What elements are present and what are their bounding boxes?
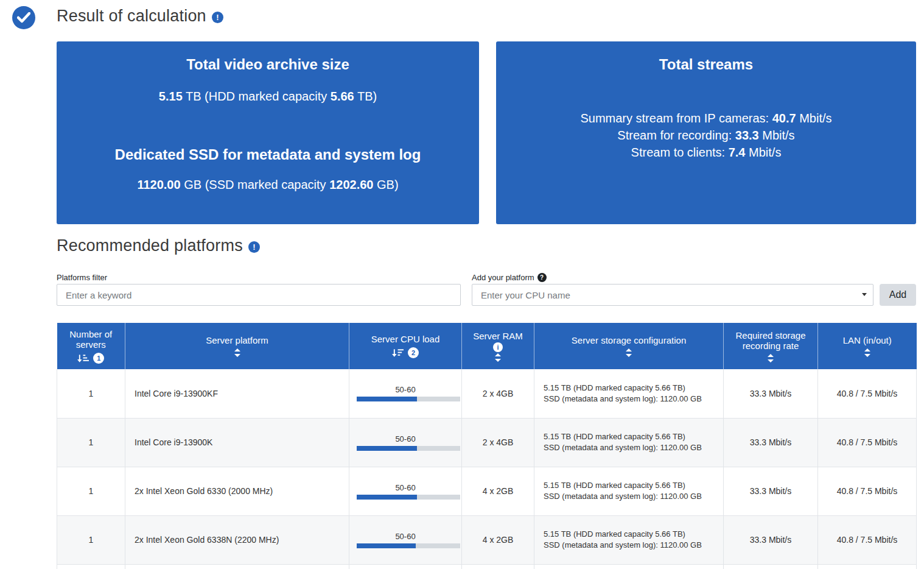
summary-cards: Total video archive size 5.15 TB (HDD ma… (57, 41, 916, 224)
result-info-icon[interactable]: ! (212, 12, 223, 23)
cell-lan: 40.8 / 7.5 Mbit/s (818, 515, 917, 564)
cell-recording-rate: 33.3 Mbit/s (724, 418, 818, 467)
stream-line-cameras: Summary stream from IP cameras: 40.7 Mbi… (496, 110, 916, 127)
sort-arrows-icon (768, 354, 774, 362)
cell-server-ram: 2 x 4GB (462, 369, 534, 418)
cpu-load-progress-fill (357, 397, 417, 401)
cpu-load-progressbar (357, 397, 460, 401)
platforms-filter-input[interactable] (57, 284, 461, 306)
add-platform-button[interactable]: Add (880, 284, 916, 306)
partially-visible-row (57, 564, 917, 569)
stream-line-recording: Stream for recording: 33.3 Mbit/s (496, 127, 916, 144)
cell-storage-configuration: 5.15 TB (HDD marked capacity 5.66 TB) SS… (534, 418, 724, 467)
platforms-filter-label: Platforms filter (57, 273, 107, 282)
cpu-load-progressbar (357, 446, 460, 451)
cell-lan: 40.8 / 7.5 Mbit/s (818, 369, 917, 418)
col-header-server-platform[interactable]: Server platform (125, 323, 349, 369)
cell-server-platform: Intel Core i9-13900K (125, 418, 349, 467)
table-row: 1 Intel Core i9-13900KF 50-60 2 x 4GB 5.… (57, 369, 917, 418)
archive-ssd-line: 1120.00 GB (SSD marked capacity 1202.60 … (57, 178, 479, 192)
cpu-load-progressbar (357, 543, 460, 548)
cell-number-of-servers: 1 (57, 418, 125, 467)
page-title: Result of calculation (57, 7, 206, 26)
result-page: Result of calculation ! Total video arch… (0, 0, 924, 569)
cpu-name-input[interactable] (472, 284, 873, 306)
cell-server-platform: Intel Core i9-13900KF (125, 369, 349, 418)
streams-card-title: Total streams (496, 56, 916, 73)
cpu-load-progress-fill (357, 543, 416, 548)
cell-number-of-servers: 1 (57, 369, 125, 418)
cpu-load-progressbar (357, 495, 460, 500)
ram-info-icon[interactable]: i (493, 342, 503, 352)
add-platform-label: Add your platform (472, 273, 534, 282)
total-streams-card: Total streams Summary stream from IP cam… (496, 41, 916, 224)
table-row (57, 564, 917, 569)
sort-arrows-icon (495, 353, 501, 362)
cell-server-cpu-load: 50-60 (349, 515, 462, 564)
check-icon (17, 12, 30, 23)
cpu-load-progress-fill (357, 495, 417, 500)
table-row: 1 2x Intel Xeon Gold 6338N (2200 MHz) 50… (57, 515, 917, 564)
table-header-row: Number of servers 1 Server platform (57, 323, 917, 369)
sort-priority-badge: 1 (93, 353, 104, 364)
cell-storage-configuration: 5.15 TB (HDD marked capacity 5.66 TB) SS… (534, 369, 724, 418)
cell-server-ram: 4 x 2GB (462, 515, 534, 564)
cell-server-cpu-load: 50-60 (349, 467, 462, 515)
success-check-icon (12, 6, 35, 29)
sort-arrows-icon (234, 348, 240, 357)
ssd-title: Dedicated SSD for metadata and system lo… (57, 146, 479, 163)
col-header-storage-configuration[interactable]: Server storage configuration (534, 323, 724, 369)
cell-recording-rate: 33.3 Mbit/s (724, 369, 818, 418)
col-header-server-cpu-load[interactable]: Server CPU load 2 (349, 323, 462, 369)
col-header-server-ram[interactable]: Server RAM i (462, 323, 534, 369)
cell-recording-rate: 33.3 Mbit/s (724, 467, 818, 515)
col-header-number-of-servers[interactable]: Number of servers 1 (57, 323, 125, 369)
cell-server-platform: 2x Intel Xeon Gold 6330 (2000 MHz) (125, 467, 349, 515)
cell-server-cpu-load: 50-60 (349, 369, 462, 418)
recommended-platforms-title: Recommended platforms (57, 236, 243, 255)
table-row: 1 2x Intel Xeon Gold 6330 (2000 MHz) 50-… (57, 467, 917, 515)
cell-server-platform: 2x Intel Xeon Gold 6338N (2200 MHz) (125, 515, 349, 564)
cpu-load-progress-fill (357, 446, 417, 451)
col-header-recording-rate[interactable]: Required storage recording rate (724, 323, 818, 369)
stream-line-clients: Stream to clients: 7.4 Mbit/s (496, 144, 916, 161)
col-header-lan[interactable]: LAN (in/out) (818, 323, 917, 369)
cell-lan: 40.8 / 7.5 Mbit/s (818, 418, 917, 467)
platforms-table: Number of servers 1 Server platform (57, 323, 917, 569)
add-platform-help-icon[interactable]: ? (537, 273, 547, 282)
sort-priority-badge: 2 (408, 347, 419, 358)
cell-lan: 40.8 / 7.5 Mbit/s (818, 467, 917, 515)
cell-recording-rate: 33.3 Mbit/s (724, 515, 818, 564)
sort-amount-asc-icon (77, 354, 89, 362)
table-row: 1 Intel Core i9-13900K 50-60 2 x 4GB 5.1… (57, 418, 917, 467)
platforms-info-icon[interactable]: ! (248, 241, 260, 253)
cell-number-of-servers: 1 (57, 515, 125, 564)
cpu-name-combobox (472, 284, 873, 306)
sort-arrows-icon (626, 348, 632, 357)
archive-hdd-line: 5.15 TB (HDD marked capacity 5.66 TB) (57, 90, 479, 104)
sort-arrows-icon (864, 348, 870, 357)
sort-amount-desc-icon (392, 348, 404, 357)
cell-number-of-servers: 1 (57, 467, 125, 515)
cell-server-ram: 4 x 2GB (462, 467, 534, 515)
combobox-caret-icon[interactable] (862, 293, 867, 296)
cell-server-ram: 2 x 4GB (462, 418, 534, 467)
cell-storage-configuration: 5.15 TB (HDD marked capacity 5.66 TB) SS… (534, 515, 724, 564)
cell-storage-configuration: 5.15 TB (HDD marked capacity 5.66 TB) SS… (534, 467, 724, 515)
archive-card-title: Total video archive size (57, 56, 479, 73)
archive-size-card: Total video archive size 5.15 TB (HDD ma… (57, 41, 479, 224)
cell-server-cpu-load: 50-60 (349, 418, 462, 467)
